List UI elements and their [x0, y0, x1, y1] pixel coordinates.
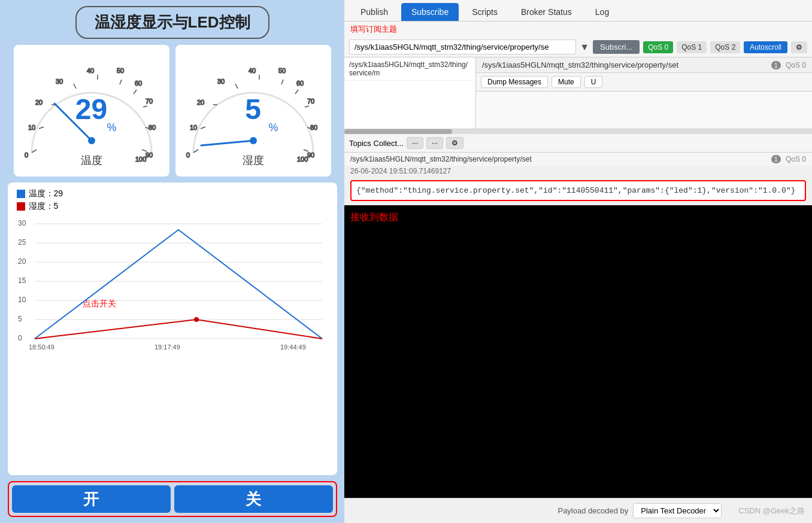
topic-detail-panel: /sys/k1iaas5HGLN/mqtt_stm32/thing/servic… [476, 57, 812, 129]
svg-text:10: 10 [28, 124, 35, 131]
console-area: 接收到数据 [344, 205, 812, 498]
topic-list-item[interactable]: /sys/k1iaas5HGLN/mqtt_stm32/thing/servic… [344, 57, 475, 81]
svg-text:90: 90 [307, 151, 314, 159]
svg-line-29 [235, 84, 238, 89]
svg-text:30: 30 [18, 219, 26, 227]
topics-settings-button[interactable]: ⚙ [446, 137, 463, 149]
svg-text:100: 100 [135, 156, 146, 163]
temperature-unit: % [107, 121, 117, 134]
legend-humid-color [17, 202, 25, 211]
svg-text:18:50:49: 18:50:49 [29, 343, 54, 351]
svg-text:19:17:49: 19:17:49 [154, 343, 180, 351]
message-timestamp: 26-06-2024 19:51:09.71469127 [344, 166, 812, 177]
right-panel: Publish Subscribe Scripts Broker Status … [344, 0, 812, 523]
control-buttons-row: 开 关 [8, 481, 337, 517]
svg-text:60: 60 [296, 80, 304, 87]
tab-broker-status[interactable]: Broker Status [511, 3, 582, 21]
watermark: CSDN @Geek之路 [738, 506, 805, 516]
subscribe-hint: 填写订阅主题 [344, 22, 812, 37]
scrollbar-area[interactable] [344, 129, 812, 134]
click-switch-label: 点击开关 [83, 299, 116, 309]
tab-publish[interactable]: Publish [350, 3, 398, 21]
svg-line-33 [281, 80, 283, 84]
message-header: /sys/k1iaas5HGLN/mqtt_stm32/thing/servic… [344, 153, 812, 166]
legend-humid-text: 湿度：5 [29, 201, 59, 212]
svg-line-2 [39, 127, 44, 129]
svg-text:0: 0 [18, 334, 22, 342]
svg-text:50: 50 [117, 67, 124, 74]
svg-text:90: 90 [146, 151, 153, 159]
detail-qos: QoS 0 [786, 61, 806, 69]
svg-line-10 [120, 80, 122, 84]
tabs-bar: Publish Subscribe Scripts Broker Status … [344, 0, 812, 22]
qos1-button[interactable]: QoS 1 [677, 41, 707, 53]
svg-line-35 [295, 90, 298, 94]
svg-text:30: 30 [56, 78, 63, 85]
topics-collect-btn2[interactable]: ··· [426, 137, 443, 149]
legend-humidity: 湿度：5 [17, 201, 328, 212]
split-header-area: /sys/k1iaas5HGLN/mqtt_stm32/thing/servic… [344, 57, 812, 129]
svg-text:70: 70 [146, 98, 153, 105]
svg-text:40: 40 [87, 67, 94, 74]
svg-line-25 [201, 127, 205, 129]
detail-toolbar: Dump Messages Mute U [476, 73, 812, 92]
message-body-box: {"method":"thing.service.property.set","… [350, 180, 806, 201]
svg-text:19:44:49: 19:44:49 [280, 343, 306, 351]
temperature-gauge: 0 10 20 30 40 50 [14, 45, 169, 177]
svg-text:10: 10 [190, 124, 197, 131]
message-qos: QoS 0 [786, 155, 806, 163]
humidity-unit: % [269, 121, 278, 134]
temperature-value: 29 [75, 93, 107, 126]
btn-on[interactable]: 开 [12, 485, 171, 513]
qos2-button[interactable]: QoS 2 [710, 41, 740, 53]
right-footer: Payload decoded by Plain Text Decoder CS… [344, 498, 812, 523]
qos0-button[interactable]: QoS 0 [643, 41, 673, 53]
svg-text:25: 25 [18, 238, 26, 247]
svg-text:20: 20 [197, 99, 204, 106]
detail-topic-path: /sys/k1iaas5HGLN/mqtt_stm32/thing/servic… [482, 60, 678, 69]
scrollbar-thumb[interactable] [344, 129, 452, 134]
chart-legend: 温度：29 湿度：5 [17, 188, 328, 212]
legend-temp-text: 温度：29 [29, 188, 63, 199]
svg-text:30: 30 [217, 78, 225, 85]
temperature-label: 温度 [81, 153, 102, 168]
dropdown-arrow-icon[interactable]: ▼ [580, 42, 589, 53]
detail-count: 1 [771, 61, 781, 69]
tab-subscribe[interactable]: Subscribe [401, 3, 459, 21]
settings-button[interactable]: ⚙ [791, 41, 807, 53]
svg-text:100: 100 [297, 156, 308, 163]
topic-input[interactable] [349, 39, 576, 54]
humidity-gauge: 0 10 20 30 40 50 60 70 80 [175, 45, 331, 177]
svg-line-44 [201, 141, 253, 145]
svg-text:20: 20 [18, 257, 26, 266]
tab-log[interactable]: Log [585, 3, 619, 21]
tab-scripts[interactable]: Scripts [462, 3, 508, 21]
svg-text:40: 40 [249, 67, 256, 74]
topics-collect-btn1[interactable]: ··· [407, 137, 423, 149]
gauges-row: 0 10 20 30 40 50 [14, 45, 331, 177]
svg-text:10: 10 [18, 296, 26, 304]
dump-messages-button[interactable]: Dump Messages [481, 76, 548, 88]
decoder-select[interactable]: Plain Text Decoder [633, 503, 722, 518]
console-text: 接收到数据 [350, 211, 806, 224]
legend-temp-color [17, 190, 25, 198]
subscribe-button[interactable]: Subscri... [593, 40, 640, 54]
svg-point-60 [194, 317, 199, 322]
chart-area: 温度：29 湿度：5 30 25 20 15 10 5 0 [8, 183, 337, 475]
topic-detail-header: /sys/k1iaas5HGLN/mqtt_stm32/thing/servic… [476, 57, 812, 73]
svg-line-6 [74, 84, 76, 89]
svg-point-45 [250, 137, 257, 144]
svg-text:0: 0 [186, 151, 190, 159]
btn-off[interactable]: 关 [174, 485, 333, 513]
mute-button[interactable]: Mute [552, 76, 581, 88]
svg-text:60: 60 [135, 80, 142, 87]
humidity-value: 5 [245, 93, 261, 126]
autoscroll-button[interactable]: Autoscroll [744, 41, 787, 53]
app-title: 温湿度显示与LED控制 [75, 6, 269, 39]
u-button[interactable]: U [584, 76, 603, 88]
svg-line-12 [134, 90, 137, 94]
payload-label: Payload decoded by [558, 506, 628, 515]
svg-text:0: 0 [25, 151, 28, 159]
svg-point-22 [88, 137, 95, 144]
svg-text:80: 80 [310, 124, 317, 131]
